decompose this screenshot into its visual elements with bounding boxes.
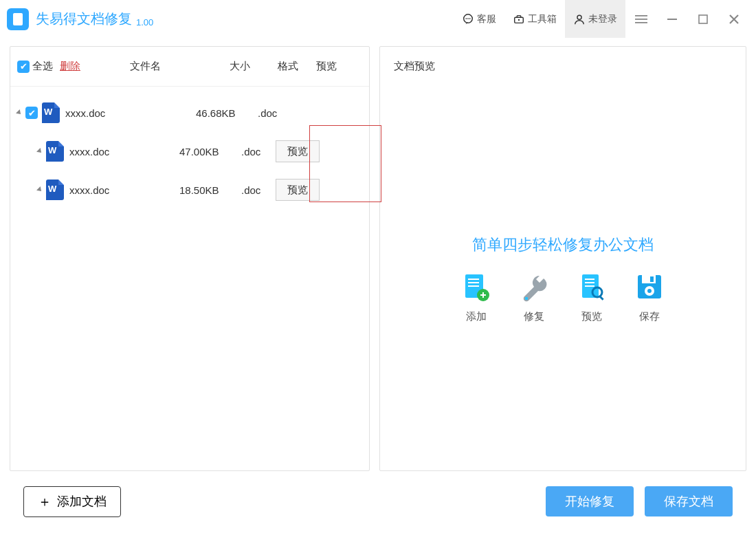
- steps-row: 添加 修复 预览 保存: [461, 272, 665, 323]
- svg-rect-22: [585, 282, 594, 283]
- column-format: 格式: [278, 60, 298, 73]
- preview-button[interactable]: 预览: [276, 179, 320, 201]
- minimize-button[interactable]: [656, 13, 687, 25]
- delete-link[interactable]: 删除: [60, 60, 80, 73]
- svg-rect-14: [468, 282, 479, 283]
- preview-slogan: 简单四步轻松修复办公文档: [472, 235, 654, 255]
- svg-rect-7: [635, 15, 647, 17]
- column-size: 大小: [230, 60, 250, 73]
- step-preview: 预览: [577, 272, 607, 323]
- app-version: 1.00: [136, 17, 153, 28]
- save-document-button[interactable]: 保存文档: [645, 486, 733, 516]
- file-list-panel: ✔ 全选 删除 文件名 大小 格式 预览 ✔ xxxx.doc 46.68KB …: [10, 46, 370, 471]
- preview-button[interactable]: 预览: [276, 140, 320, 162]
- toolbox-button[interactable]: 工具箱: [504, 0, 565, 38]
- user-icon: [573, 13, 586, 25]
- word-icon: [42, 102, 60, 123]
- file-name: xxxx.doc: [69, 184, 179, 196]
- step-label: 保存: [639, 310, 660, 323]
- preview-step-icon: [577, 272, 607, 302]
- svg-point-6: [577, 15, 581, 19]
- svg-rect-10: [667, 19, 677, 20]
- plus-icon: ＋: [38, 492, 52, 511]
- file-ext: .doc: [241, 184, 276, 196]
- step-add: 添加: [461, 272, 491, 323]
- svg-rect-21: [585, 279, 594, 280]
- svg-rect-9: [635, 22, 647, 23]
- toolbox-label: 工具箱: [528, 13, 557, 25]
- svg-rect-11: [699, 15, 707, 23]
- preview-title: 文档预览: [380, 47, 746, 87]
- svg-point-2: [467, 18, 469, 19]
- step-label: 修复: [524, 310, 544, 323]
- file-name: xxxx.doc: [69, 146, 179, 157]
- svg-point-5: [518, 19, 520, 20]
- step-label: 添加: [466, 310, 487, 323]
- maximize-button[interactable]: [687, 13, 718, 25]
- login-label: 未登录: [588, 13, 617, 25]
- file-row[interactable]: xxxx.doc 18.50KB .doc 预览: [10, 171, 369, 209]
- step-save: 保存: [634, 272, 665, 323]
- preview-panel: 文档预览 简单四步轻松修复办公文档 添加 修复: [379, 46, 746, 471]
- file-row[interactable]: xxxx.doc 47.00KB .doc 预览: [10, 132, 369, 171]
- select-all-checkbox[interactable]: ✔ 全选: [17, 60, 53, 73]
- file-list: ✔ xxxx.doc 46.68KB .doc xxxx.doc 47.00KB…: [10, 87, 369, 209]
- step-repair: 修复: [519, 272, 549, 323]
- file-size: 47.00KB: [179, 146, 241, 157]
- file-row[interactable]: ✔ xxxx.doc 46.68KB .doc: [10, 94, 369, 132]
- toolbox-icon: [513, 13, 525, 25]
- svg-rect-8: [635, 19, 647, 20]
- file-size: 18.50KB: [179, 184, 241, 196]
- close-icon: [728, 13, 740, 25]
- title-bar: 失易得文档修复 1.00 客服 工具箱 未登录: [0, 0, 756, 38]
- footer: ＋ 添加文档 开始修复 保存文档: [0, 478, 756, 525]
- menu-button[interactable]: [625, 13, 656, 25]
- app-logo-icon: [7, 8, 29, 30]
- customer-service-button[interactable]: 客服: [454, 0, 504, 38]
- customer-service-label: 客服: [477, 13, 496, 25]
- add-document-label: 添加文档: [57, 493, 107, 510]
- app-title: 失易得文档修复: [36, 10, 132, 28]
- svg-point-3: [469, 18, 471, 19]
- minimize-icon: [666, 13, 678, 25]
- word-icon: [46, 180, 64, 200]
- login-button[interactable]: 未登录: [565, 0, 625, 38]
- add-step-icon: [461, 272, 491, 302]
- add-document-button[interactable]: ＋ 添加文档: [23, 486, 121, 517]
- row-checkbox[interactable]: ✔: [25, 107, 38, 119]
- svg-rect-23: [585, 285, 594, 287]
- svg-point-1: [465, 18, 467, 19]
- checkbox-icon: ✔: [17, 61, 30, 73]
- svg-rect-15: [468, 285, 479, 287]
- expand-icon[interactable]: [36, 186, 43, 193]
- expand-icon[interactable]: [36, 148, 43, 155]
- svg-point-30: [647, 289, 652, 293]
- column-preview: 预览: [316, 60, 337, 73]
- file-size: 46.68KB: [196, 107, 258, 119]
- svg-point-19: [525, 297, 529, 301]
- svg-rect-28: [650, 276, 654, 282]
- menu-icon: [635, 13, 647, 25]
- start-repair-button[interactable]: 开始修复: [546, 486, 634, 516]
- file-list-header: ✔ 全选 删除 文件名 大小 格式 预览: [10, 47, 369, 87]
- column-filename: 文件名: [130, 60, 161, 73]
- svg-rect-18: [482, 292, 484, 298]
- file-name: xxxx.doc: [65, 107, 196, 119]
- file-ext: .doc: [241, 146, 276, 157]
- select-all-label: 全选: [32, 60, 53, 73]
- repair-step-icon: [519, 272, 549, 302]
- maximize-icon: [697, 13, 709, 25]
- word-icon: [46, 141, 64, 162]
- save-step-icon: [634, 272, 665, 302]
- expand-icon[interactable]: [16, 109, 23, 116]
- file-ext: .doc: [258, 107, 292, 119]
- chat-icon: [462, 13, 474, 25]
- svg-rect-13: [468, 279, 479, 280]
- close-button[interactable]: [718, 13, 749, 25]
- step-label: 预览: [581, 310, 602, 323]
